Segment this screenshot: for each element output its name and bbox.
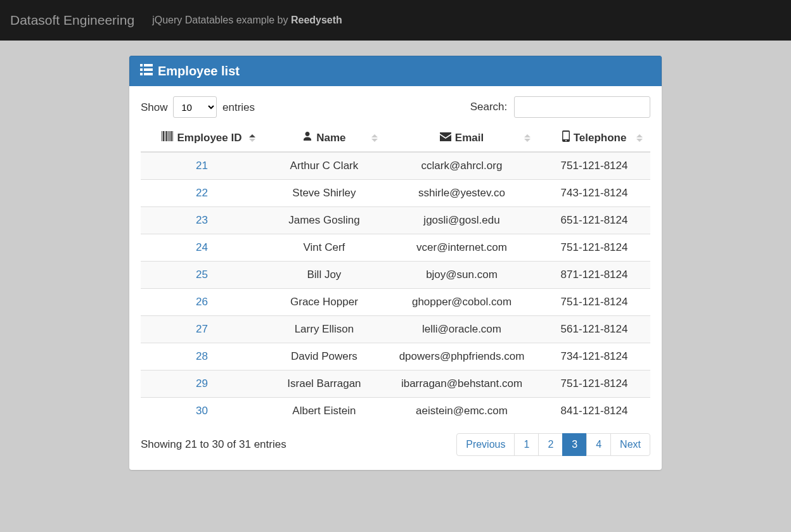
tagline-text: jQuery Datatables example by	[152, 15, 291, 25]
cell-name: Bill Joy	[263, 262, 385, 289]
cell-email: cclark@ahrcl.org	[385, 152, 538, 180]
svg-rect-10	[168, 131, 169, 141]
search-label: Search:	[470, 101, 508, 113]
id-link[interactable]: 24	[196, 241, 208, 253]
pagination: Previous1234Next	[456, 433, 650, 456]
table-row: 28David Powersdpowers@phpfriends.com734-…	[141, 343, 650, 370]
id-link[interactable]: 25	[196, 269, 208, 281]
cell-id: 27	[141, 316, 263, 343]
user-icon	[302, 131, 312, 144]
cell-email: jgosli@gosl.edu	[385, 207, 538, 234]
sort-icon	[249, 132, 258, 144]
list-icon	[140, 64, 153, 79]
svg-rect-7	[163, 131, 164, 141]
cell-name: Grace Hopper	[263, 289, 385, 316]
table-row: 22Steve Shirleysshirle@yestev.co743-121-…	[141, 180, 650, 207]
cell-id: 29	[141, 370, 263, 398]
cell-name: Larry Ellison	[263, 316, 385, 343]
col-label: Telephone	[574, 132, 627, 144]
id-link[interactable]: 27	[196, 323, 208, 335]
cell-id: 23	[141, 207, 263, 234]
length-entries-label: entries	[222, 101, 255, 113]
cell-id: 24	[141, 234, 263, 262]
table-row: 21Arthur C Clarkcclark@ahrcl.org751-121-…	[141, 152, 650, 180]
cell-id: 26	[141, 289, 263, 316]
svg-rect-0	[140, 64, 143, 66]
panel-heading: Employee list	[129, 56, 662, 86]
cell-id: 30	[141, 398, 263, 425]
cell-tel: 561-121-8124	[538, 316, 650, 343]
id-link[interactable]: 30	[196, 405, 208, 417]
cell-tel: 651-121-8124	[538, 207, 650, 234]
sort-icon	[636, 132, 645, 144]
page-1[interactable]: 1	[514, 433, 539, 456]
id-link[interactable]: 22	[196, 187, 208, 199]
cell-tel: 743-121-8124	[538, 180, 650, 207]
table-footer: Showing 21 to 30 of 31 entries Previous1…	[141, 433, 650, 456]
col-name[interactable]: Name	[263, 124, 385, 152]
cell-tel: 841-121-8124	[538, 398, 650, 425]
col-employee-id[interactable]: Employee ID	[141, 124, 263, 152]
cell-email: lelli@oracle.com	[385, 316, 538, 343]
col-label: Employee ID	[177, 132, 241, 144]
cell-id: 21	[141, 152, 263, 180]
cell-id: 28	[141, 343, 263, 370]
svg-rect-1	[144, 64, 153, 66]
svg-rect-8	[165, 131, 165, 141]
sort-icon	[524, 132, 533, 144]
id-link[interactable]: 26	[196, 296, 208, 308]
cell-email: dpowers@phpfriends.com	[385, 343, 538, 370]
page-4[interactable]: 4	[586, 433, 611, 456]
cell-email: ghopper@cobol.com	[385, 289, 538, 316]
cell-email: vcer@internet.com	[385, 234, 538, 262]
search-input[interactable]	[514, 96, 650, 118]
navbar-tagline: jQuery Datatables example by Reedyseth	[152, 15, 342, 26]
cell-email: aeistein@emc.com	[385, 398, 538, 425]
cell-email: ibarragan@behstant.com	[385, 370, 538, 398]
table-info: Showing 21 to 30 of 31 entries	[141, 438, 286, 451]
col-telephone[interactable]: Telephone	[538, 124, 650, 152]
id-link[interactable]: 29	[196, 377, 208, 390]
entries-select[interactable]: 10	[173, 96, 217, 118]
length-control: Show 10 entries	[141, 96, 255, 118]
svg-rect-11	[169, 131, 170, 141]
cell-tel: 871-121-8124	[538, 262, 650, 289]
brand[interactable]: Datasoft Engineering	[10, 13, 134, 28]
cell-id: 25	[141, 262, 263, 289]
svg-rect-2	[140, 68, 143, 71]
table-row: 25Bill Joybjoy@sun.com871-121-8124	[141, 262, 650, 289]
cell-name: David Powers	[263, 343, 385, 370]
table-row: 30Albert Eisteinaeistein@emc.com841-121-…	[141, 398, 650, 425]
cell-email: sshirle@yestev.co	[385, 180, 538, 207]
cell-tel: 751-121-8124	[538, 370, 650, 398]
id-link[interactable]: 21	[196, 160, 208, 172]
cell-name: Arthur C Clark	[263, 152, 385, 180]
page-2[interactable]: 2	[538, 433, 563, 456]
svg-rect-9	[166, 131, 167, 141]
col-email[interactable]: Email	[385, 124, 538, 152]
table-row: 27Larry Ellisonlelli@oracle.com561-121-8…	[141, 316, 650, 343]
svg-rect-13	[172, 131, 173, 141]
length-show-label: Show	[141, 101, 168, 113]
cell-name: James Gosling	[263, 207, 385, 234]
sort-icon	[371, 132, 380, 144]
id-link[interactable]: 23	[196, 214, 208, 226]
svg-rect-3	[144, 68, 153, 71]
table-row: 26Grace Hopperghopper@cobol.com751-121-8…	[141, 289, 650, 316]
cell-name: Israel Barragan	[263, 370, 385, 398]
envelope-icon	[440, 132, 451, 144]
table-row: 24Vint Cerfvcer@internet.com751-121-8124	[141, 234, 650, 262]
page-next[interactable]: Next	[610, 433, 650, 456]
table-row: 23James Goslingjgosli@gosl.edu651-121-81…	[141, 207, 650, 234]
tagline-author: Reedyseth	[291, 15, 342, 25]
cell-name: Vint Cerf	[263, 234, 385, 262]
cell-tel: 751-121-8124	[538, 152, 650, 180]
id-link[interactable]: 28	[196, 350, 208, 362]
panel-title: Employee list	[158, 64, 240, 79]
mobile-icon	[562, 130, 570, 145]
table-row: 29Israel Barraganibarragan@behstant.com7…	[141, 370, 650, 398]
cell-name: Steve Shirley	[263, 180, 385, 207]
page-previous[interactable]: Previous	[456, 433, 515, 456]
page-3[interactable]: 3	[562, 433, 587, 456]
col-label: Name	[316, 132, 345, 144]
